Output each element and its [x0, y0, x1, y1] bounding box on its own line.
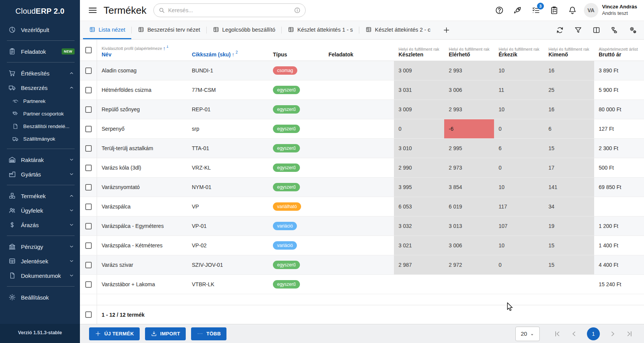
tab-készlet-áttekintés-2-c[interactable]: Készlet áttekintés 2 - c [359, 21, 437, 39]
search-input[interactable] [168, 7, 291, 13]
sidebar-item-ügyfelek[interactable]: Ügyfelek [0, 203, 80, 218]
column-header-type[interactable]: Típus [268, 40, 324, 61]
row-checkbox-cell [80, 61, 97, 80]
clipboard-icon[interactable] [550, 6, 559, 15]
table-row[interactable]: Serpenyősrpegyszerű0-606127 Ft [80, 119, 644, 139]
sidebar-item-jelentések[interactable]: Jelentések [0, 254, 80, 268]
column-header-available[interactable]: Helyi és fulfillment rakElérhető [444, 40, 494, 61]
stock-incoming-cell: 117 [494, 197, 544, 216]
sidebar-divider [7, 62, 75, 63]
select-all-checkbox[interactable] [85, 47, 92, 53]
row-checkbox[interactable] [85, 262, 92, 268]
sidebar-item-label: Beállítások [21, 294, 49, 301]
tab-lista-nézet[interactable]: Lista nézet [83, 21, 131, 39]
column-header-onhand[interactable]: Helyi és fulfillment rakKészleten [394, 40, 444, 61]
sidebar-item-értékesítés[interactable]: Értékesítés [0, 66, 80, 80]
current-page-button[interactable]: 1 [587, 327, 600, 340]
row-checkbox[interactable] [85, 242, 92, 249]
table-row[interactable]: Aladin csomagBUNDI-1csomag3 0092 9931016… [80, 61, 644, 80]
sidebar-item-partner-csoportok[interactable]: Partner csoportok [0, 107, 80, 120]
sidebar-item-partnerek[interactable]: Partnerek [0, 95, 80, 107]
last-page-icon[interactable] [626, 330, 633, 338]
row-checkbox[interactable] [85, 145, 92, 152]
table-row[interactable]: Varázspálca - KétméteresVP-02variáció3 0… [80, 236, 644, 255]
table-row[interactable]: Repülő szőnyegREP-01egyszerű3 0092 99310… [80, 100, 644, 119]
sidebar-item-vezérlőpult[interactable]: Vezérlőpult [0, 22, 80, 37]
checklist-icon[interactable]: 3 [531, 6, 540, 15]
user-block[interactable]: Vincze András Andris teszt [602, 4, 639, 16]
tab-készlet-áttekintés-1-s[interactable]: Készlet áttekintés 1 - s [282, 21, 359, 39]
sidebar-item-beállítások[interactable]: Beállítások [0, 290, 80, 305]
product-type-cell: variáció [268, 216, 324, 236]
notification-count-badge: 3 [537, 3, 544, 10]
select-all-checkbox[interactable] [85, 311, 92, 318]
stock-available-cell: 3 006 [444, 80, 494, 99]
view-tabs: Lista nézetBeszerzési terv nézetLegolcsó… [83, 21, 437, 39]
row-checkbox[interactable] [85, 184, 92, 191]
table-row[interactable]: Terülj-terülj asztalkámTTA-01egyszerű3 0… [80, 139, 644, 158]
stock-incoming-cell: 10 [494, 236, 544, 255]
search-box[interactable] [153, 3, 306, 17]
row-checkbox[interactable] [85, 223, 92, 229]
stock-outgoing-cell: 15 [544, 255, 594, 274]
user-avatar[interactable]: VA [584, 3, 598, 18]
table-row[interactable]: VarázsnyomtatóNYM-01egyszerű3 9953 85410… [80, 178, 644, 197]
sidebar-item-árazás[interactable]: Árazás [0, 218, 80, 232]
sidebar-item-gyártás[interactable]: Gyártás [0, 167, 80, 181]
help-icon[interactable] [495, 6, 504, 15]
sidebar-item-dokumentumok[interactable]: Dokumentumok [0, 268, 80, 283]
column-header-tasks[interactable]: Feladatok [324, 40, 394, 61]
sidebar-item-beszállítói-rendelé-[interactable]: Beszállítói rendelé... [0, 120, 80, 133]
column-subheader: Helyi és fulfillment rak [548, 47, 593, 51]
page-size-select[interactable]: 20 [515, 327, 540, 341]
flow-icon[interactable] [611, 26, 619, 34]
import-button[interactable]: IMPORT [145, 327, 186, 340]
stock-onhand-cell [394, 275, 444, 294]
column-header-incoming[interactable]: Helyi és fulfillment rakÉrkezik [494, 40, 544, 61]
table-row[interactable]: Varázspálca - EgyméteresVP-01variáció3 0… [80, 216, 644, 236]
add-view-button[interactable] [437, 21, 456, 39]
gross-price-cell: 1 400 Ft [594, 236, 644, 255]
row-checkbox[interactable] [85, 106, 92, 113]
tab-beszerzési-terv-nézet[interactable]: Beszerzési terv nézet [132, 21, 206, 39]
sidebar-item-termékek[interactable]: Termékek [0, 189, 80, 203]
columns-icon[interactable] [592, 26, 601, 34]
gears-icon[interactable] [629, 26, 637, 34]
table-row[interactable]: Varázs szivarSZIV-JOV-01egyszerű2 9872 9… [80, 255, 644, 275]
row-checkbox[interactable] [85, 165, 92, 171]
table-row[interactable]: Hétmérföldes csizma77M-CSMegyszerű3 0313… [80, 80, 644, 100]
column-header-name[interactable]: Kiválasztott profil (alapértelmeze↑1Név [97, 40, 187, 61]
search-info-icon[interactable] [294, 7, 301, 14]
refresh-icon[interactable] [556, 26, 564, 34]
chevron-up-icon [69, 85, 75, 91]
column-header-outgoing[interactable]: Helyi és fulfillment rakKimenő [544, 40, 594, 61]
row-checkbox[interactable] [85, 281, 92, 288]
row-checkbox[interactable] [85, 126, 92, 132]
more-button[interactable]: TÖBB [191, 327, 226, 340]
row-checkbox[interactable] [85, 204, 92, 210]
first-page-icon[interactable] [553, 330, 561, 338]
chevron-up-icon [69, 70, 75, 76]
next-page-icon[interactable] [609, 330, 617, 338]
settings-gear-icon [8, 293, 16, 301]
table-row[interactable]: VarázspálcaVPvariálható6 0536 01911734 [80, 197, 644, 216]
column-header-price[interactable]: Alapértelmezett árlistBruttó ár [594, 40, 644, 61]
menu-hamburger-icon[interactable] [88, 5, 97, 15]
sidebar-item-pénzügy[interactable]: Pénzügy [0, 239, 80, 254]
column-header-sku[interactable]: Cikkszám (sku)↑2 [187, 40, 268, 61]
row-checkbox[interactable] [85, 67, 92, 74]
table-row[interactable]: Varázs kóla (3dl)VRZ-KLegyszerű2 9902 97… [80, 158, 644, 178]
bell-icon[interactable] [568, 6, 577, 15]
row-checkbox[interactable] [85, 87, 92, 93]
sidebar-item-beszerzés[interactable]: Beszerzés [0, 80, 80, 95]
sidebar-item-raktárak[interactable]: Raktárak [0, 152, 80, 167]
rocket-icon[interactable] [513, 6, 522, 15]
filter-icon[interactable] [574, 26, 582, 34]
sidebar-item-szállítmányok[interactable]: Szállítmányok [0, 133, 80, 145]
sidebar-item-feladatok[interactable]: FeladatokNEW [0, 44, 80, 59]
tab-legolcsóbb-beszállító[interactable]: Legolcsóbb beszállító [207, 21, 281, 39]
product-name-cell: Varázspálca - Egyméteres [97, 216, 187, 236]
table-row[interactable]: Varázstábor + LakomaVTBR-LKegyszerű15 24… [80, 275, 644, 294]
new-product-button[interactable]: ÚJ TERMÉK [89, 327, 140, 340]
prev-page-icon[interactable] [570, 330, 578, 338]
